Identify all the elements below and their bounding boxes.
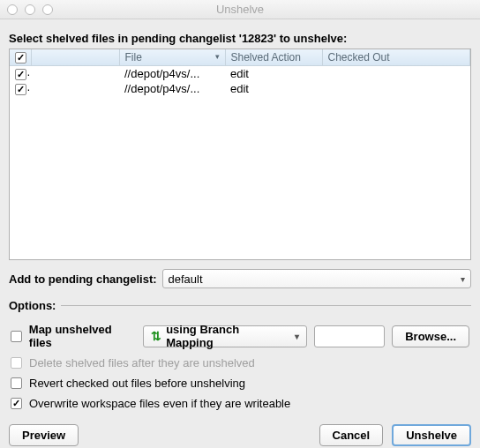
add-to-select[interactable]: default ▾	[162, 269, 471, 288]
dialog-content: Select shelved files in pending changeli…	[0, 19, 480, 448]
branch-mapping-icon: ⇅	[151, 330, 161, 342]
options-label: Options:	[9, 299, 56, 312]
options-block: Map unshelved files ⇅ using Branch Mappi…	[9, 319, 471, 414]
window-title: Unshelve	[0, 3, 480, 16]
overwrite-checkbox[interactable]	[11, 398, 22, 409]
option-map-row: Map unshelved files ⇅ using Branch Mappi…	[9, 319, 471, 353]
delete-checkbox	[11, 357, 22, 369]
overwrite-label: Overwrite workspace files even if they a…	[29, 397, 290, 410]
map-method-value: using Branch Mapping	[166, 323, 287, 349]
table-row[interactable]: //depot/p4vs/... edit	[10, 81, 470, 96]
col-header-check[interactable]	[10, 49, 31, 66]
add-to-value: default	[169, 273, 203, 286]
files-table: File ▾ Shelved Action Checked Out //depo…	[10, 49, 470, 96]
col-header-file-label: File	[125, 51, 142, 63]
add-to-label: Add to pending changelist:	[9, 273, 157, 286]
map-target-input[interactable]	[314, 325, 385, 347]
chevron-down-icon: ▾	[461, 274, 465, 284]
option-overwrite-row: Overwrite workspace files even if they a…	[9, 393, 471, 414]
col-header-action[interactable]: Shelved Action	[225, 49, 322, 66]
row-checkbox-icon[interactable]	[15, 69, 26, 80]
row-checkedout	[322, 81, 470, 96]
revert-checkbox[interactable]	[11, 377, 22, 389]
delete-label: Delete shelved files after they are unsh…	[29, 356, 255, 370]
col-header-file[interactable]: File ▾	[119, 49, 225, 66]
add-to-row: Add to pending changelist: default ▾	[9, 269, 471, 288]
files-table-wrap: File ▾ Shelved Action Checked Out //depo…	[9, 49, 471, 260]
revert-label: Revert checked out files before unshelvi…	[29, 377, 245, 390]
chevron-down-icon: ▾	[295, 332, 299, 341]
table-row[interactable]: //depot/p4vs/... edit	[10, 66, 470, 82]
minimize-window-icon[interactable]	[25, 4, 35, 15]
row-checkbox-icon[interactable]	[15, 84, 26, 95]
map-label: Map unshelved files	[29, 323, 136, 349]
map-checkbox[interactable]	[11, 331, 22, 342]
row-file: //depot/p4vs/...	[119, 81, 225, 96]
col-header-icon[interactable]	[31, 49, 119, 66]
cancel-button[interactable]: Cancel	[319, 424, 384, 446]
header-checkbox-icon[interactable]	[15, 52, 26, 63]
divider	[61, 305, 471, 306]
instruction-label: Select shelved files in pending changeli…	[9, 32, 471, 45]
option-delete-row: Delete shelved files after they are unsh…	[9, 353, 471, 373]
col-header-checkedout[interactable]: Checked Out	[322, 49, 470, 66]
options-header: Options:	[9, 299, 471, 312]
close-window-icon[interactable]	[7, 4, 18, 15]
titlebar: Unshelve	[0, 0, 480, 19]
row-action: edit	[225, 66, 322, 82]
preview-button[interactable]: Preview	[9, 424, 79, 446]
footer: Preview Cancel Unshelve	[9, 424, 471, 446]
window-controls	[0, 4, 53, 15]
zoom-window-icon[interactable]	[42, 4, 53, 15]
row-action: edit	[225, 81, 322, 96]
map-method-select[interactable]: ⇅ using Branch Mapping ▾	[143, 325, 307, 347]
row-file: //depot/p4vs/...	[119, 66, 225, 82]
row-checkedout	[322, 66, 470, 82]
option-revert-row: Revert checked out files before unshelvi…	[9, 373, 471, 393]
sort-indicator-icon: ▾	[215, 51, 220, 62]
unshelve-button[interactable]: Unshelve	[392, 424, 471, 446]
browse-button[interactable]: Browse...	[392, 325, 469, 347]
